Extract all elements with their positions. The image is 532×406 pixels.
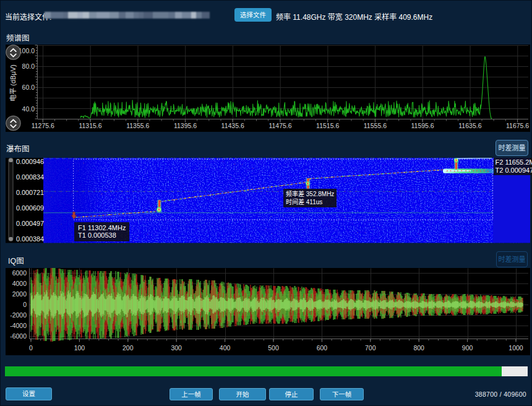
svg-text:-2000: -2000 bbox=[10, 311, 27, 319]
svg-text:0: 0 bbox=[23, 301, 27, 308]
svg-text:1000: 1000 bbox=[508, 344, 523, 352]
svg-text:100: 100 bbox=[74, 344, 85, 352]
svg-text:6000: 6000 bbox=[12, 269, 27, 277]
svg-text:60.0: 60.0 bbox=[22, 84, 35, 91]
svg-text:0.000834: 0.000834 bbox=[16, 173, 44, 181]
svg-text:11475.6: 11475.6 bbox=[268, 122, 291, 129]
svg-text:300: 300 bbox=[171, 344, 182, 352]
svg-text:400: 400 bbox=[220, 344, 231, 352]
svg-text:600: 600 bbox=[317, 344, 328, 352]
svg-text:800: 800 bbox=[413, 344, 424, 352]
svg-text:0.000384: 0.000384 bbox=[16, 235, 44, 243]
svg-text:0.000609: 0.000609 bbox=[16, 204, 44, 212]
svg-text:500: 500 bbox=[268, 344, 279, 352]
svg-text:11435.6: 11435.6 bbox=[221, 122, 244, 129]
svg-text:900: 900 bbox=[462, 344, 473, 352]
svg-text:11635.6: 11635.6 bbox=[458, 122, 481, 129]
svg-text:0: 0 bbox=[29, 344, 33, 352]
svg-text:80.0: 80.0 bbox=[22, 63, 35, 70]
svg-text:11515.6: 11515.6 bbox=[316, 122, 339, 129]
svg-text:2000: 2000 bbox=[12, 290, 27, 298]
svg-text:4000: 4000 bbox=[12, 280, 27, 287]
svg-text:11595.6: 11595.6 bbox=[411, 122, 434, 129]
svg-text:电平 (dBμV): 电平 (dBμV) bbox=[9, 64, 17, 102]
svg-text:0.000497: 0.000497 bbox=[16, 220, 44, 227]
svg-text:11675.6: 11675.6 bbox=[506, 122, 529, 129]
svg-text:40.0: 40.0 bbox=[22, 105, 35, 113]
svg-text:700: 700 bbox=[365, 344, 376, 352]
svg-text:-4000: -4000 bbox=[10, 322, 27, 329]
svg-text:100.0: 100.0 bbox=[19, 47, 35, 54]
svg-text:11355.6: 11355.6 bbox=[126, 122, 149, 129]
svg-text:-6000: -6000 bbox=[10, 332, 27, 340]
svg-text:200: 200 bbox=[122, 344, 134, 352]
svg-text:11275.6: 11275.6 bbox=[32, 122, 54, 129]
svg-text:0.000946: 0.000946 bbox=[16, 158, 44, 165]
svg-text:11315.6: 11315.6 bbox=[79, 122, 101, 129]
svg-text:11395.6: 11395.6 bbox=[174, 122, 197, 129]
svg-text:0.000721: 0.000721 bbox=[16, 189, 44, 196]
svg-text:11555.6: 11555.6 bbox=[364, 122, 387, 129]
